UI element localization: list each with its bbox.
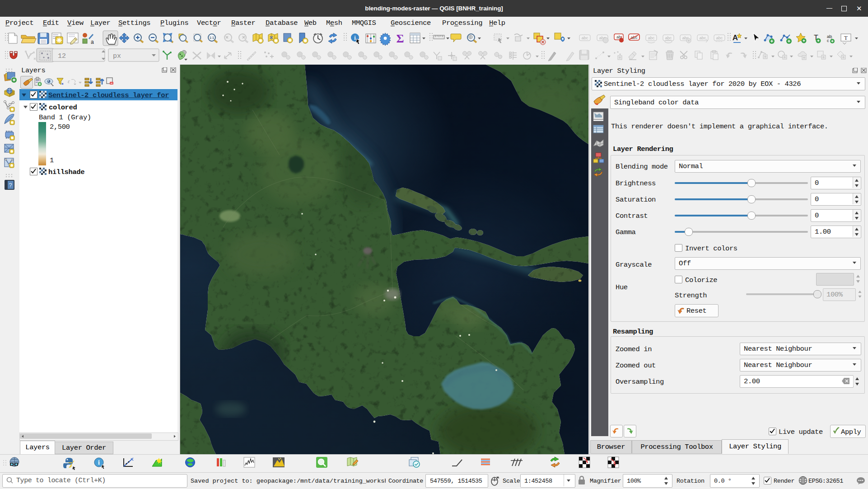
svg-text:i: i <box>354 34 356 41</box>
svg-text:Σ: Σ <box>397 32 404 45</box>
svg-text:12: 12 <box>58 52 66 60</box>
svg-text:?: ? <box>9 182 12 188</box>
svg-text:px: px <box>113 52 121 60</box>
svg-text:c: c <box>827 38 829 43</box>
svg-text:A: A <box>733 33 738 42</box>
svg-text:1:1: 1:1 <box>210 36 214 40</box>
svg-text:ε: ε <box>68 78 70 85</box>
svg-text:T: T <box>844 34 848 41</box>
svg-text:i: i <box>98 459 100 466</box>
svg-text:a: a <box>91 39 94 45</box>
